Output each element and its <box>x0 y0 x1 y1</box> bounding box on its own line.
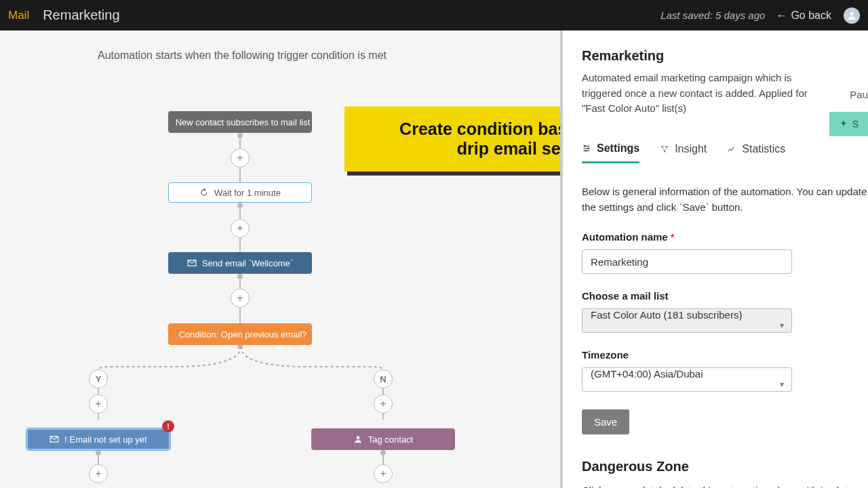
tab-insight[interactable]: Insight <box>660 142 707 163</box>
add-step-button[interactable]: + <box>231 219 250 238</box>
sparkle-icon <box>839 119 848 129</box>
go-back-link[interactable]: ← Go back <box>776 9 831 22</box>
start-button[interactable]: S <box>829 112 868 136</box>
tab-settings[interactable]: Settings <box>582 142 639 163</box>
branch-no-label: N <box>374 369 393 388</box>
email-not-setup-node[interactable]: ! ! Email not set up yet <box>26 428 170 450</box>
brand-label: Mail <box>8 9 29 22</box>
sidebar-title: Remarketing <box>582 48 868 64</box>
trigger-node[interactable]: New contact subscribes to mail list <box>168 111 312 133</box>
settings-description: Below is general information of the auto… <box>582 184 868 216</box>
refresh-icon <box>199 188 209 197</box>
avatar[interactable] <box>844 7 860 24</box>
add-step-button[interactable]: + <box>89 464 108 483</box>
automation-canvas[interactable]: Automation starts when the following tri… <box>0 30 563 488</box>
add-step-button[interactable]: + <box>231 148 250 167</box>
tag-contact-node[interactable]: Tag contact <box>311 428 455 450</box>
danger-zone-description: Click to completely delete this automati… <box>582 483 868 488</box>
sidebar-tabs: Settings Insight Statistics <box>582 142 868 163</box>
svg-point-7 <box>585 150 587 151</box>
automation-name-label: Automation name * <box>582 231 868 243</box>
danger-zone-title: Dangerous Zone <box>582 459 868 474</box>
automation-name-input[interactable] <box>582 249 792 274</box>
alert-badge: ! <box>162 420 174 432</box>
svg-point-6 <box>587 147 589 148</box>
svg-point-5 <box>585 145 586 146</box>
sliders-icon <box>582 144 591 153</box>
mail-list-label: Choose a mail list <box>582 290 868 302</box>
svg-point-4 <box>356 436 359 439</box>
settings-sidebar: Remarketing Pau Automated email marketin… <box>563 30 868 488</box>
page-title: Remarketing <box>43 7 119 23</box>
svg-point-0 <box>850 12 853 15</box>
mail-list-select[interactable]: Fast Color Auto (181 subscribers) <box>582 308 792 333</box>
network-icon <box>660 144 669 154</box>
envelope-icon <box>187 258 197 268</box>
add-step-button[interactable]: + <box>231 289 250 308</box>
header-bar: Mail Remarketing Last saved: 5 days ago … <box>0 0 868 30</box>
save-button[interactable]: Save <box>582 409 629 434</box>
callout-banner: Create condition based automated drip em… <box>344 106 563 171</box>
tab-statistics[interactable]: Statistics <box>727 142 785 163</box>
user-icon <box>353 434 363 444</box>
last-saved-label: Last saved: 5 days ago <box>660 9 765 21</box>
envelope-icon <box>50 434 59 444</box>
add-step-button[interactable]: + <box>374 464 393 483</box>
branch-yes-label: Y <box>89 369 108 388</box>
wait-node[interactable]: Wait for 1 minute <box>168 182 312 203</box>
timezone-label: Timezone <box>582 349 868 361</box>
add-step-button[interactable]: + <box>374 394 393 413</box>
arrow-left-icon: ← <box>776 9 787 22</box>
timezone-select[interactable]: (GMT+04:00) Asia/Dubai <box>582 367 792 392</box>
chart-icon <box>727 144 736 154</box>
automation-status: Pau <box>850 89 868 100</box>
sidebar-description: Automated email marketing campaign which… <box>582 70 826 117</box>
condition-node[interactable]: ? Condition: Open previous email? <box>168 323 312 345</box>
canvas-intro: Automation starts when the following tri… <box>98 49 387 62</box>
add-step-button[interactable]: + <box>89 394 108 413</box>
send-email-node[interactable]: Send email `Wellcome` <box>168 252 312 274</box>
